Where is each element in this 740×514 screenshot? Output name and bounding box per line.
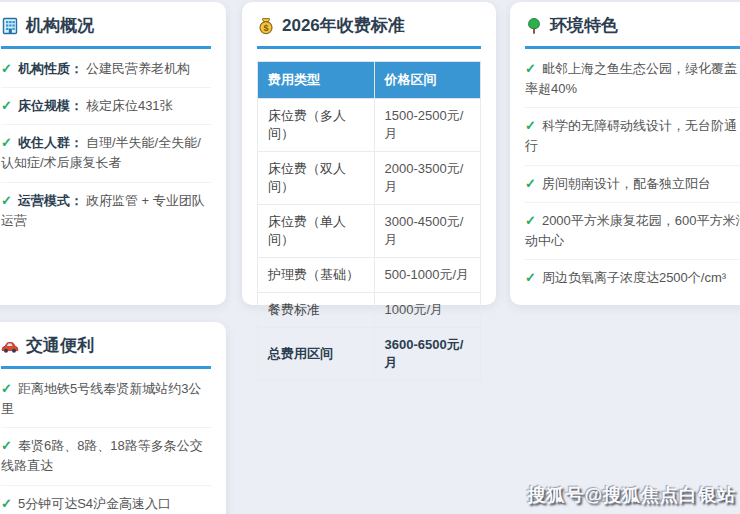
item-label: 运营模式： — [18, 193, 83, 208]
item-text: 科学的无障碍动线设计，无台阶通行 — [525, 118, 737, 153]
list-item: ✓2000平方米康复花园，600平方米活动中心 — [525, 203, 740, 260]
item-text: 5分钟可达S4沪金高速入口 — [18, 496, 171, 511]
list-item: ✓机构性质：公建民营养老机构 — [1, 51, 211, 88]
check-icon: ✓ — [1, 438, 12, 453]
check-icon: ✓ — [525, 61, 536, 76]
card-transport-title: 交通便利 — [26, 334, 94, 357]
item-value: 核定床位431张 — [86, 98, 173, 113]
card-environment: 环境特色 ✓毗邻上海之鱼生态公园，绿化覆盖率超40% ✓科学的无障碍动线设计，无… — [510, 2, 740, 305]
check-icon: ✓ — [525, 213, 536, 228]
table-row: 餐费标准 1000元/月 — [258, 293, 481, 328]
card-environment-header: 环境特色 — [525, 14, 740, 49]
money-bag-icon: $ — [257, 17, 275, 35]
item-label: 床位规模： — [18, 98, 83, 113]
car-icon — [1, 337, 19, 355]
item-value: 公建民营养老机构 — [86, 61, 190, 76]
list-item: ✓毗邻上海之鱼生态公园，绿化覆盖率超40% — [525, 51, 740, 108]
check-icon: ✓ — [525, 176, 536, 191]
check-icon: ✓ — [1, 381, 12, 396]
item-text: 周边负氧离子浓度达2500个/cm³ — [542, 270, 726, 285]
fee-price-cell: 500-1000元/月 — [374, 258, 480, 293]
table-row-total: 总费用区间 3600-6500元/月 — [258, 328, 481, 381]
card-overview-title: 机构概况 — [26, 14, 94, 37]
table-row: 床位费（单人间） 3000-4500元/月 — [258, 205, 481, 258]
card-fees: $ 2026年收费标准 费用类型 价格区间 床位费（多人间） 1500-2500… — [242, 2, 496, 305]
fee-price-cell: 3600-6500元/月 — [374, 328, 480, 381]
fee-type-cell: 总费用区间 — [258, 328, 375, 381]
column-header: 费用类型 — [258, 62, 375, 99]
card-transport-header: 交通便利 — [1, 334, 211, 369]
card-overview-header: 机构概况 — [1, 14, 211, 49]
item-text: 2000平方米康复花园，600平方米活动中心 — [525, 213, 740, 248]
list-item: ✓奉贤6路、8路、18路等多条公交线路直达 — [1, 428, 211, 485]
fee-type-cell: 床位费（多人间） — [258, 99, 375, 152]
card-environment-title: 环境特色 — [550, 14, 618, 37]
check-icon: ✓ — [525, 118, 536, 133]
svg-text:$: $ — [263, 22, 268, 32]
list-item: ✓运营模式：政府监管 + 专业团队运营 — [1, 183, 211, 239]
fee-price-cell: 1500-2500元/月 — [374, 99, 480, 152]
table-row: 床位费（双人间） 2000-3500元/月 — [258, 152, 481, 205]
building-icon — [1, 17, 19, 35]
list-item: ✓房间朝南设计，配备独立阳台 — [525, 166, 740, 203]
check-icon: ✓ — [1, 193, 12, 208]
fees-table: 费用类型 价格区间 床位费（多人间） 1500-2500元/月 床位费（双人间）… — [257, 61, 481, 381]
column-header: 价格区间 — [374, 62, 480, 99]
list-item: ✓收住人群：自理/半失能/全失能/认知症/术后康复长者 — [1, 125, 211, 182]
check-icon: ✓ — [1, 135, 12, 150]
tree-icon — [525, 17, 543, 35]
table-header-row: 费用类型 价格区间 — [258, 62, 481, 99]
fee-type-cell: 床位费（单人间） — [258, 205, 375, 258]
fee-price-cell: 3000-4500元/月 — [374, 205, 480, 258]
list-item: ✓床位规模：核定床位431张 — [1, 88, 211, 125]
list-item: ✓5分钟可达S4沪金高速入口 — [1, 486, 211, 514]
item-text: 房间朝南设计，配备独立阳台 — [542, 176, 711, 191]
list-item: ✓周边负氧离子浓度达2500个/cm³ — [525, 260, 740, 296]
environment-list: ✓毗邻上海之鱼生态公园，绿化覆盖率超40% ✓科学的无障碍动线设计，无台阶通行 … — [525, 51, 740, 296]
item-text: 距离地铁5号线奉贤新城站约3公里 — [1, 381, 201, 416]
item-label: 机构性质： — [18, 61, 83, 76]
item-text: 毗邻上海之鱼生态公园，绿化覆盖率超40% — [525, 61, 737, 96]
table-row: 床位费（多人间） 1500-2500元/月 — [258, 99, 481, 152]
fee-type-cell: 床位费（双人间） — [258, 152, 375, 205]
card-fees-title: 2026年收费标准 — [282, 14, 405, 37]
check-icon: ✓ — [1, 496, 12, 511]
fee-type-cell: 护理费（基础） — [258, 258, 375, 293]
list-item: ✓距离地铁5号线奉贤新城站约3公里 — [1, 371, 211, 428]
card-transport: 交通便利 ✓距离地铁5号线奉贤新城站约3公里 ✓奉贤6路、8路、18路等多条公交… — [0, 322, 226, 514]
fee-price-cell: 1000元/月 — [374, 293, 480, 328]
check-icon: ✓ — [1, 61, 12, 76]
fee-type-cell: 餐费标准 — [258, 293, 375, 328]
item-label: 收住人群： — [18, 135, 83, 150]
watermark: 搜狐号@搜狐焦点白银站 — [527, 483, 736, 507]
card-overview: 机构概况 ✓机构性质：公建民营养老机构 ✓床位规模：核定床位431张 ✓收住人群… — [0, 2, 226, 305]
table-row: 护理费（基础） 500-1000元/月 — [258, 258, 481, 293]
fee-price-cell: 2000-3500元/月 — [374, 152, 480, 205]
check-icon: ✓ — [525, 270, 536, 285]
transport-list: ✓距离地铁5号线奉贤新城站约3公里 ✓奉贤6路、8路、18路等多条公交线路直达 … — [1, 371, 211, 514]
check-icon: ✓ — [1, 98, 12, 113]
item-text: 奉贤6路、8路、18路等多条公交线路直达 — [1, 438, 203, 473]
list-item: ✓科学的无障碍动线设计，无台阶通行 — [525, 108, 740, 165]
overview-list: ✓机构性质：公建民营养老机构 ✓床位规模：核定床位431张 ✓收住人群：自理/半… — [1, 51, 211, 239]
card-fees-header: $ 2026年收费标准 — [257, 14, 481, 49]
